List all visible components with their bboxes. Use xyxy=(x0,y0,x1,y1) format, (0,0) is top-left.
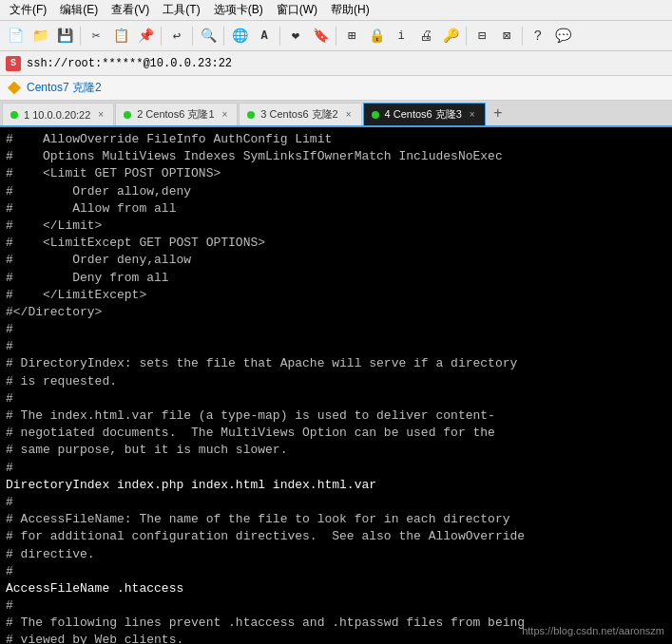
separator7 xyxy=(466,27,467,46)
separator6 xyxy=(336,27,336,46)
separator8 xyxy=(522,27,523,46)
lock-btn[interactable]: 🔒 xyxy=(365,25,388,47)
term-line: AccessFileName .htaccess xyxy=(6,580,666,597)
tab-dot-4 xyxy=(372,111,379,119)
expand-btn[interactable]: ⊞ xyxy=(340,25,363,47)
term-line: # AllowOverride FileInfo AuthConfig Limi… xyxy=(6,131,666,148)
tab-close-3[interactable]: × xyxy=(344,109,354,120)
term-line: # directive. xyxy=(6,546,666,563)
separator2 xyxy=(161,27,162,46)
menubar: 文件(F) 编辑(E) 查看(V) 工具(T) 选项卡(B) 窗口(W) 帮助(… xyxy=(0,0,672,21)
tab-1[interactable]: 1 10.0.0.20:22 × xyxy=(2,103,114,125)
separator4 xyxy=(223,27,224,46)
address-text: ssh://root:******@10.0.0.23:22 xyxy=(27,57,232,70)
tab-2[interactable]: 2 Centos6 克隆1 × xyxy=(115,103,238,125)
term-line: # <LimitExcept GET POST OPTIONS> xyxy=(6,235,666,252)
addressbar: S ssh://root:******@10.0.0.23:22 xyxy=(0,51,672,76)
term-line: # for additional configuration directive… xyxy=(6,528,666,545)
font-btn[interactable]: A xyxy=(253,25,276,47)
menu-view[interactable]: 查看(V) xyxy=(106,0,155,20)
term-line: # Order allow,deny xyxy=(6,183,666,200)
term-line: # xyxy=(6,494,666,511)
cut-btn[interactable]: ✂ xyxy=(85,25,107,47)
paste-btn[interactable]: 📌 xyxy=(134,25,157,47)
term-line: # negotiated documents. The MultiViews O… xyxy=(6,425,666,442)
undo-btn[interactable]: ↩ xyxy=(165,25,188,47)
tab-label-1: 1 10.0.0.20:22 xyxy=(24,109,90,121)
new-btn[interactable]: 📄 xyxy=(4,25,27,47)
term-line: # same purpose, but it is much slower. xyxy=(6,442,666,459)
sessionbar: Centos7 克隆2 xyxy=(0,76,672,101)
term-line: # Order deny,allow xyxy=(6,252,666,269)
watermark: https://blog.csdn.net/aaronszm xyxy=(522,624,664,638)
save-btn[interactable]: 💾 xyxy=(53,25,76,47)
toolbar: 📄 📁 💾 ✂ 📋 📌 ↩ 🔍 🌐 A ❤ 🔖 ⊞ 🔒 i 🖨 🔑 ⊟ ⊠ ? … xyxy=(0,21,672,51)
term-line: # xyxy=(6,563,666,580)
menu-tools[interactable]: 工具(T) xyxy=(157,0,205,20)
term-line: # DirectoryIndex: sets the file that Apa… xyxy=(6,355,666,372)
tab-label-4: 4 Centos6 克隆3 xyxy=(385,107,462,122)
term-line: # </LimitExcept> xyxy=(6,287,666,304)
tab-dot-3 xyxy=(247,111,255,119)
comment-btn[interactable]: 💬 xyxy=(551,25,574,47)
fav-btn[interactable]: ❤ xyxy=(284,25,307,47)
help-btn[interactable]: ? xyxy=(527,25,549,47)
key-btn[interactable]: 🔑 xyxy=(439,25,462,47)
term-line: # xyxy=(6,321,666,338)
tab-label-3: 3 Centos6 克隆2 xyxy=(260,107,337,122)
tab-3[interactable]: 3 Centos6 克隆2 × xyxy=(239,103,361,125)
term-line: # is requested. xyxy=(6,373,666,390)
terminal[interactable]: # AllowOverride FileInfo AuthConfig Limi… xyxy=(0,127,672,644)
info-btn[interactable]: i xyxy=(390,25,413,47)
term-line: # xyxy=(6,390,666,407)
globe-btn[interactable]: 🌐 xyxy=(228,25,251,47)
term-line: # The index.html.var file (a type-map) i… xyxy=(6,407,666,425)
term-line: # Options MultiViews Indexes SymLinksIfO… xyxy=(6,148,666,165)
menu-tabs[interactable]: 选项卡(B) xyxy=(208,0,269,20)
term-line: DirectoryIndex index.php index.html inde… xyxy=(6,477,666,494)
separator3 xyxy=(192,27,193,46)
tab-close-2[interactable]: × xyxy=(221,109,230,120)
ssh-icon: S xyxy=(6,56,21,71)
session-diamond-icon xyxy=(8,82,21,95)
term-line: #</Directory> xyxy=(6,304,666,321)
tab-add-btn[interactable]: + xyxy=(487,103,509,125)
term-line: # Allow from all xyxy=(6,200,666,218)
separator1 xyxy=(80,27,81,46)
open-btn[interactable]: 📁 xyxy=(29,25,51,47)
separator5 xyxy=(279,27,280,46)
view2-btn[interactable]: ⊟ xyxy=(470,25,493,47)
menu-edit[interactable]: 编辑(E) xyxy=(54,0,104,20)
term-line: # AccessFileName: The name of the file t… xyxy=(6,511,666,528)
term-line: # xyxy=(6,597,666,615)
tab-label-2: 2 Centos6 克隆1 xyxy=(137,107,214,122)
tab-dot-1 xyxy=(10,111,18,119)
bookmark-btn[interactable]: 🔖 xyxy=(309,25,332,47)
split-btn[interactable]: ⊠ xyxy=(495,25,518,47)
term-line: # <Limit GET POST OPTIONS> xyxy=(6,165,666,182)
search-btn[interactable]: 🔍 xyxy=(197,25,220,47)
term-line: # xyxy=(6,338,666,355)
tab-4[interactable]: 4 Centos6 克隆3 × xyxy=(363,103,486,125)
term-line: # </Limit> xyxy=(6,218,666,235)
session-label[interactable]: Centos7 克隆2 xyxy=(27,80,102,96)
term-line: # xyxy=(6,460,666,477)
menu-window[interactable]: 窗口(W) xyxy=(271,0,323,20)
print-btn[interactable]: 🖨 xyxy=(414,25,437,47)
tab-close-4[interactable]: × xyxy=(468,109,477,120)
tab-dot-2 xyxy=(124,111,131,119)
menu-file[interactable]: 文件(F) xyxy=(4,0,52,20)
tab-close-1[interactable]: × xyxy=(96,109,106,120)
menu-help[interactable]: 帮助(H) xyxy=(325,0,375,20)
tabbar: 1 10.0.0.20:22 × 2 Centos6 克隆1 × 3 Cento… xyxy=(0,101,672,127)
term-line: # Deny from all xyxy=(6,270,666,287)
copy-btn[interactable]: 📋 xyxy=(109,25,132,47)
